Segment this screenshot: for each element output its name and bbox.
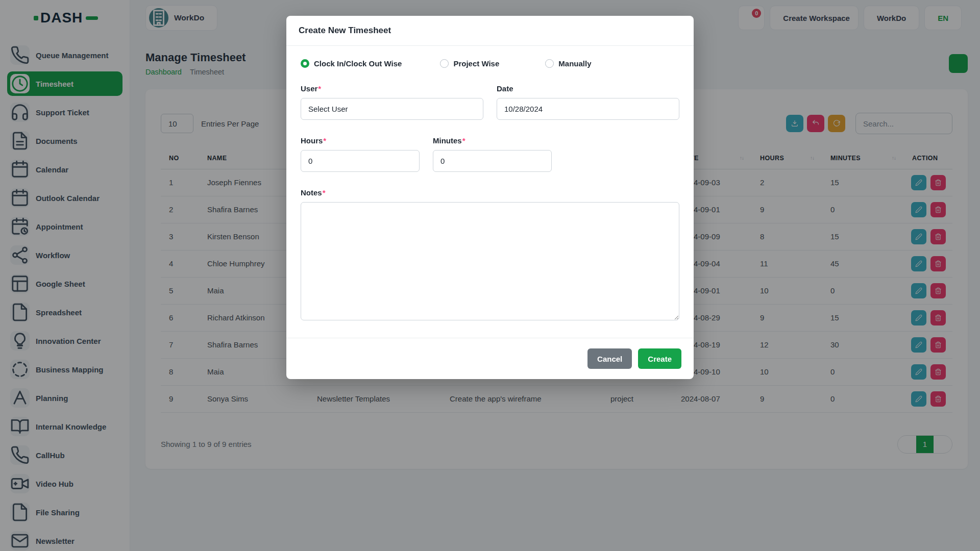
timesheet-type-radio-group: Clock In/Clock Out WiseProject WiseManua… <box>301 59 679 68</box>
minutes-select-value: 0 <box>440 157 445 165</box>
hours-select[interactable]: 0 <box>301 150 420 172</box>
notes-textarea[interactable] <box>301 202 679 320</box>
modal-header: Create New Timesheet <box>286 16 694 46</box>
user-field-label: User* <box>301 84 483 93</box>
date-input[interactable]: 10/28/2024 <box>497 98 679 120</box>
minutes-select[interactable]: 0 <box>433 150 552 172</box>
user-select[interactable]: Select User <box>301 98 483 120</box>
radio-manually[interactable]: Manually <box>545 59 591 68</box>
radio-circle-icon <box>301 59 309 68</box>
create-button[interactable]: Create <box>638 348 681 369</box>
radio-project-wise[interactable]: Project Wise <box>440 59 499 68</box>
minutes-field-group: Minutes* 0 <box>433 136 552 172</box>
notes-field-label: Notes* <box>301 188 679 197</box>
cancel-button[interactable]: Cancel <box>587 348 632 369</box>
required-asterisk: * <box>462 136 465 145</box>
modal-body: Clock In/Clock Out WiseProject WiseManua… <box>286 46 694 322</box>
radio-clock-in-clock-out-wise[interactable]: Clock In/Clock Out Wise <box>301 59 402 68</box>
date-field-group: Date 10/28/2024 <box>497 84 679 120</box>
radio-label: Manually <box>558 59 591 68</box>
modal-title: Create New Timesheet <box>299 26 391 36</box>
hours-field-group: Hours* 0 <box>301 136 420 172</box>
required-asterisk: * <box>323 188 326 197</box>
date-input-value: 10/28/2024 <box>504 105 543 113</box>
radio-circle-icon <box>545 59 554 68</box>
radio-label: Clock In/Clock Out Wise <box>314 59 402 68</box>
notes-field-group: Notes* <box>301 188 679 322</box>
modal-footer: Cancel Create <box>286 338 694 379</box>
user-select-value: Select User <box>308 105 348 113</box>
radio-label: Project Wise <box>453 59 499 68</box>
radio-circle-icon <box>440 59 449 68</box>
required-asterisk: * <box>318 84 321 93</box>
create-timesheet-modal: Create New Timesheet Clock In/Clock Out … <box>286 16 694 379</box>
minutes-field-label: Minutes* <box>433 136 552 145</box>
user-field-group: User* Select User <box>301 84 483 120</box>
hours-field-label: Hours* <box>301 136 420 145</box>
required-asterisk: * <box>323 136 326 145</box>
hours-select-value: 0 <box>308 157 312 165</box>
date-field-label: Date <box>497 84 679 93</box>
